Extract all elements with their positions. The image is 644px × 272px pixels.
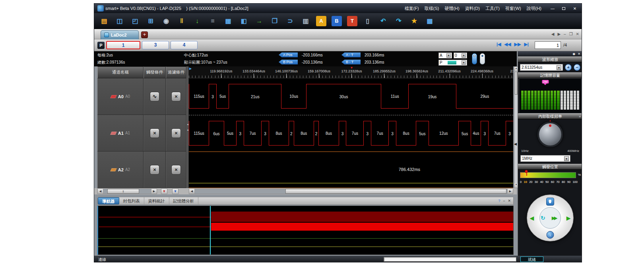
channel-row-a1[interactable]: A1A1×× xyxy=(97,115,186,152)
scroll-left-icon[interactable]: ◀ xyxy=(98,189,103,194)
undo-zoom-icon[interactable]: ↶ xyxy=(378,16,388,26)
scroll-track[interactable] xyxy=(195,189,507,194)
trigger-position-bar[interactable] xyxy=(520,172,576,178)
doc-restore-button[interactable]: ❐ xyxy=(569,32,573,36)
frequency-knob[interactable] xyxy=(537,122,563,147)
waveform-row-a0[interactable]: 115us35us21us10us30us11us19us29us xyxy=(189,78,513,115)
marker-select-number[interactable]: 0▼ xyxy=(454,52,467,58)
trigger-condition-button[interactable]: × xyxy=(150,165,159,175)
pin-icon[interactable]: ◉ xyxy=(572,52,575,56)
filter-condition-button[interactable]: × xyxy=(171,165,181,175)
waveform-row-a1[interactable]: 115us6us5us37us38us28us28us37us37us38us5… xyxy=(189,115,513,152)
trigger-condition-button[interactable]: × xyxy=(150,128,159,138)
prev-page-icon[interactable]: ◀◀ xyxy=(504,42,511,47)
filter-off-icon[interactable]: ▼ xyxy=(161,188,167,194)
close-button[interactable]: ✕ xyxy=(570,5,580,12)
trigger-condition-button[interactable]: ∿ xyxy=(150,92,159,101)
waveform-horizontal-scrollbar[interactable]: ◀ ▶ xyxy=(189,188,513,194)
save-icon[interactable]: ◫ xyxy=(114,16,125,26)
zoom-in-icon[interactable]: + xyxy=(565,64,572,71)
memory-page-icon[interactable]: ≡ xyxy=(208,16,218,26)
marker-a-pin-icon[interactable] xyxy=(472,53,477,64)
add-tab-button[interactable]: + xyxy=(141,31,148,38)
time-ruler[interactable]: ▶ 119.968192us133.034464us146.100736us15… xyxy=(189,66,513,78)
window-layout-icon[interactable]: ◧ xyxy=(239,16,249,26)
navigator-view[interactable] xyxy=(97,206,514,255)
menu-s[interactable]: 取樣(S) xyxy=(422,5,442,12)
filter-condition-button[interactable]: × xyxy=(171,128,181,138)
single-acquisition-icon[interactable]: ↓ xyxy=(192,16,202,26)
export-icon[interactable]: → xyxy=(254,16,264,26)
menu-h[interactable]: 硬體(H) xyxy=(442,5,462,12)
bottom-tab-記憶體分析[interactable]: 記憶體分析 xyxy=(169,197,199,204)
screenshot-icon[interactable]: ◉ xyxy=(161,16,171,26)
scroll-thumb[interactable] xyxy=(285,189,506,194)
bottom-tab-導航器[interactable]: 導航器 xyxy=(98,197,119,204)
waveform-rows[interactable]: 115us35us21us10us30us11us19us29us115us6u… xyxy=(189,78,513,188)
frequency-select[interactable]: 1MHz▼ xyxy=(520,155,570,162)
close-panel-icon[interactable]: ✕ xyxy=(578,52,580,56)
virtual-keypad-icon[interactable]: ▩ xyxy=(425,16,435,26)
tab-scroll-right-icon[interactable]: ▶ xyxy=(557,32,561,36)
refresh-icon[interactable]: ↻ xyxy=(541,215,545,221)
bus-connect-icon[interactable]: ⊃ xyxy=(285,16,295,26)
last-page-icon[interactable]: ▶| xyxy=(524,42,529,47)
redo-zoom-icon[interactable]: ↷ xyxy=(394,16,404,26)
channel-name-cell[interactable]: A1A1 xyxy=(97,115,144,151)
channel-name-cell[interactable]: A2A2 xyxy=(97,152,144,188)
step-left-icon[interactable]: ◀ xyxy=(530,215,534,221)
navigator-view-cursor[interactable] xyxy=(210,206,211,255)
minimize-button[interactable]: — xyxy=(547,5,558,12)
scroll-right-icon[interactable]: ▶ xyxy=(151,189,157,194)
panel-close-icon[interactable]: ✕ xyxy=(508,199,511,203)
next-page-icon[interactable]: ▶▶ xyxy=(514,42,521,47)
channel-row-a2[interactable]: A2A2×× xyxy=(97,152,186,188)
play-forward-icon[interactable]: ▶▶ xyxy=(552,216,556,221)
zoom-out-icon[interactable]: − xyxy=(574,64,580,71)
zoom-scale-select[interactable]: 2.613254us▼ xyxy=(520,64,563,71)
flag-t-icon[interactable]: T xyxy=(347,16,357,26)
marker-select-p[interactable]: P▼ xyxy=(438,60,467,66)
menu-h[interactable]: 說明(H) xyxy=(524,5,544,12)
flag-a-icon[interactable]: A xyxy=(316,16,326,26)
flag-b-icon[interactable]: B xyxy=(332,16,342,26)
menu-w[interactable]: 視窗(W) xyxy=(502,5,524,12)
page-button-1[interactable]: 1 xyxy=(106,41,140,49)
panel-splitter-arrow-icon[interactable]: ◀ xyxy=(514,142,517,146)
open-file-icon[interactable]: ▤ xyxy=(99,16,109,26)
waveform-area[interactable]: ▶ 119.968192us133.034464us146.100736us15… xyxy=(189,66,513,188)
bus-decode-icon[interactable]: ▦ xyxy=(223,16,233,26)
restore-button[interactable] xyxy=(559,5,569,12)
scroll-track[interactable]: ⫴ xyxy=(103,189,151,194)
page-menu-button[interactable]: P xyxy=(97,42,105,49)
scroll-left-icon[interactable]: ◀ xyxy=(189,189,195,194)
first-page-icon[interactable]: |◀ xyxy=(497,42,501,47)
save-as-icon[interactable]: ◰ xyxy=(130,16,140,26)
marker-b-pin-icon[interactable] xyxy=(480,53,485,64)
menu-t[interactable]: 工具(T) xyxy=(483,5,502,12)
save-settings-icon[interactable]: ⊞ xyxy=(145,16,156,26)
tab-ladoc2[interactable]: LaDoc2 xyxy=(101,30,139,39)
channel-horizontal-scrollbar[interactable]: ◀ ⫴ ▶ xyxy=(97,188,157,194)
step-right-icon[interactable]: ▶ xyxy=(566,215,570,221)
probe-setup-icon[interactable]: ‖ xyxy=(177,16,187,26)
page-number-input[interactable] xyxy=(535,41,561,49)
channel-name-cell[interactable]: A0A0 xyxy=(97,78,144,115)
navigation-wheel[interactable]: ◀ ▶ ↻ ▶▶ ↓ xyxy=(527,194,574,241)
trigger-marker-icon[interactable]: ▼ xyxy=(350,66,353,70)
doc-minimize-button[interactable]: – xyxy=(564,32,566,36)
trigger-position-pin-icon[interactable] xyxy=(525,170,528,173)
menu-f[interactable]: 檔案(F) xyxy=(402,5,422,12)
doc-close-button[interactable]: ✕ xyxy=(576,32,579,36)
bottom-tab-資料統計[interactable]: 資料統計 xyxy=(144,197,169,204)
bottom-tab-封包列表[interactable]: 封包列表 xyxy=(119,197,144,204)
menu-d[interactable]: 資料(D) xyxy=(462,5,483,12)
scroll-right-icon[interactable]: ▶ xyxy=(507,189,513,194)
device-icon[interactable]: ▯ xyxy=(363,16,373,26)
marker-select-a[interactable]: A▼ xyxy=(438,52,452,58)
expand-chevron-icon[interactable]: » xyxy=(579,115,581,119)
tab-scroll-left-icon[interactable]: ◀ xyxy=(551,32,555,36)
video-icon[interactable]: ▥ xyxy=(301,16,311,26)
help-icon[interactable]: ? xyxy=(498,199,500,203)
page-button-4[interactable]: 4 xyxy=(171,41,198,49)
